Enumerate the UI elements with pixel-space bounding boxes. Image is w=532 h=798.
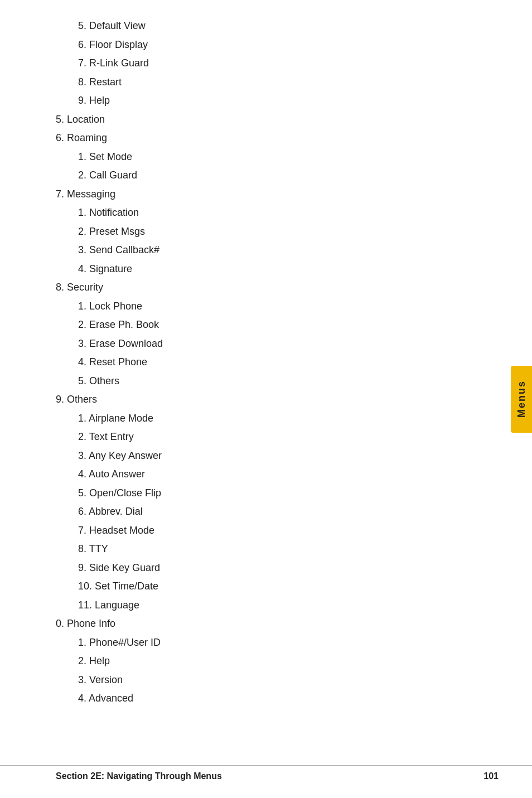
list-item: 6. Roaming <box>56 129 499 148</box>
footer-section: Section 2E: Navigating Through Menus <box>56 771 222 781</box>
list-item: 8. TTY <box>78 540 499 559</box>
list-item: 2. Call Guard <box>78 166 499 185</box>
list-item: 9. Side Key Guard <box>78 559 499 578</box>
list-item: 5. Location <box>56 110 499 129</box>
footer: Section 2E: Navigating Through Menus 101 <box>0 765 532 781</box>
list-item: 3. Erase Download <box>78 335 499 354</box>
list-item: 3. Version <box>78 671 499 690</box>
list-item: 4. Auto Answer <box>78 465 499 484</box>
list-item: 5. Open/Close Flip <box>78 484 499 503</box>
list-item: 6. Abbrev. Dial <box>78 502 499 521</box>
list-item: 7. R-Link Guard <box>78 54 499 73</box>
list-item: 4. Signature <box>78 260 499 279</box>
list-item: 5. Default View <box>78 17 499 36</box>
list-item: 11. Language <box>78 596 499 615</box>
list-item: 7. Messaging <box>56 185 499 204</box>
list-item: 8. Security <box>56 278 499 297</box>
list-item: 10. Set Time/Date <box>78 577 499 596</box>
list-item: 9. Others <box>56 390 499 409</box>
sidebar-label: Menus <box>512 371 531 427</box>
sidebar-tab: Menus <box>511 366 532 433</box>
list-item: 3. Send Callback# <box>78 241 499 260</box>
list-item: 1. Phone#/User ID <box>78 633 499 652</box>
page-content: 5. Default View6. Floor Display7. R-Link… <box>0 0 532 753</box>
list-item: 1. Set Mode <box>78 148 499 167</box>
list-item: 0. Phone Info <box>56 615 499 633</box>
list-item: 1. Lock Phone <box>78 297 499 316</box>
list-item: 2. Erase Ph. Book <box>78 316 499 335</box>
list-item: 2. Text Entry <box>78 428 499 447</box>
list-item: 1. Notification <box>78 204 499 223</box>
list-item: 8. Restart <box>78 73 499 92</box>
footer-page: 101 <box>483 771 499 781</box>
list-item: 5. Others <box>78 372 499 391</box>
list-item: 2. Preset Msgs <box>78 223 499 241</box>
list-item: 7. Headset Mode <box>78 521 499 540</box>
list-item: 2. Help <box>78 652 499 671</box>
list-item: 4. Advanced <box>78 689 499 708</box>
list-item: 3. Any Key Answer <box>78 447 499 466</box>
list-item: 4. Reset Phone <box>78 353 499 372</box>
list-item: 1. Airplane Mode <box>78 409 499 428</box>
menu-list: 5. Default View6. Floor Display7. R-Link… <box>56 17 499 708</box>
list-item: 6. Floor Display <box>78 36 499 55</box>
list-item: 9. Help <box>78 91 499 110</box>
